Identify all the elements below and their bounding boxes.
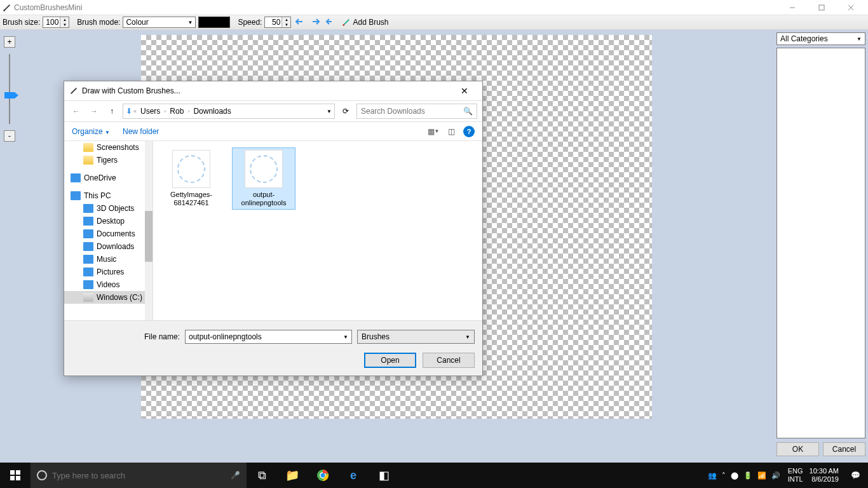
- file-thumbnail: [172, 150, 210, 188]
- view-mode-button[interactable]: ▦ ▼: [428, 126, 439, 137]
- vertical-slider[interactable]: [4, 54, 15, 124]
- brush-size-input[interactable]: ▲▼: [43, 17, 69, 28]
- speed-label: Speed:: [238, 18, 262, 27]
- tray-chevron-icon[interactable]: ˄: [722, 471, 726, 480]
- nav-forward-button[interactable]: →: [87, 104, 101, 118]
- brush-mode-select[interactable]: Colour▼: [123, 17, 196, 28]
- category-select[interactable]: All Categories▼: [776, 32, 865, 45]
- battery-icon[interactable]: 🔋: [743, 471, 752, 480]
- file-item[interactable]: GettyImages-681427461: [159, 147, 223, 210]
- refresh-button[interactable]: ⟳: [339, 104, 353, 118]
- tree-item[interactable]: Desktop: [64, 215, 153, 227]
- dialog-cancel-button[interactable]: Cancel: [423, 353, 475, 368]
- search-box[interactable]: 🔍: [356, 104, 477, 119]
- tree-item[interactable]: Music: [64, 253, 153, 266]
- start-button[interactable]: [0, 463, 31, 488]
- svg-point-15: [321, 473, 325, 478]
- down-icon: [83, 242, 93, 251]
- system-tray[interactable]: 👥 ˄ ⬤ 🔋 📶 🔊: [703, 471, 785, 480]
- add-brush-button[interactable]: Add Brush: [339, 18, 391, 27]
- help-button[interactable]: ?: [463, 126, 475, 137]
- tree-item-label: 3D Objects: [97, 204, 134, 213]
- maximize-button[interactable]: [807, 0, 836, 15]
- notification-button[interactable]: 💬: [843, 463, 868, 488]
- breadcrumb-bar[interactable]: ⬇ « Users› Rob› Downloads ▼: [123, 104, 335, 119]
- svg-line-0: [4, 4, 10, 10]
- redo-button[interactable]: [309, 16, 322, 29]
- app-taskbar-button[interactable]: ◧: [369, 463, 399, 488]
- minus-button[interactable]: -: [4, 130, 15, 142]
- brush-mode-label: Brush mode:: [77, 18, 120, 27]
- file-thumbnail: [245, 150, 283, 188]
- tree-item[interactable]: 3D Objects: [64, 202, 153, 215]
- plus-button[interactable]: +: [4, 36, 15, 48]
- tree-item[interactable]: Screenshots: [64, 141, 153, 154]
- tree-item[interactable]: Windows (C:): [64, 291, 153, 304]
- brush-size-label: Brush size:: [3, 18, 40, 27]
- music-icon: [83, 255, 93, 264]
- speed-input[interactable]: ▲▼: [264, 17, 291, 28]
- svg-rect-11: [10, 476, 15, 480]
- tree-item[interactable]: Pictures: [64, 266, 153, 278]
- nav-back-button[interactable]: ←: [69, 104, 83, 118]
- preview-pane-button[interactable]: ◫: [445, 126, 457, 137]
- tree-item[interactable]: Downloads: [64, 240, 153, 253]
- tree-item-label: Windows (C:): [97, 293, 142, 302]
- volume-icon[interactable]: 🔊: [771, 471, 780, 480]
- clock[interactable]: 10:30 AM8/6/2019: [806, 467, 843, 484]
- cortana-icon: [37, 470, 47, 480]
- tree-item-label: Screenshots: [97, 143, 139, 152]
- tree-item[interactable]: OneDrive: [64, 172, 153, 184]
- undo-button[interactable]: [294, 16, 306, 29]
- minimize-button[interactable]: [778, 0, 807, 15]
- security-icon[interactable]: ⬤: [731, 471, 738, 480]
- brush-panel: All Categories▼ OK Cancel: [776, 32, 865, 456]
- tree-item[interactable]: Documents: [64, 227, 153, 240]
- svg-rect-12: [16, 476, 20, 480]
- file-item[interactable]: output-onlinepngtools: [232, 147, 295, 210]
- svg-rect-9: [10, 470, 15, 475]
- windows-taskbar: 🎤 ⧉ 📁 e ◧ 👥 ˄ ⬤ 🔋 📶 🔊 ENGINTL 10:30 AM8/…: [0, 463, 868, 488]
- file-filter-select[interactable]: Brushes▼: [357, 330, 475, 344]
- mic-icon[interactable]: 🎤: [231, 471, 240, 480]
- down-arrow-icon: ⬇: [126, 107, 132, 116]
- dialog-icon: [69, 86, 78, 95]
- organize-menu[interactable]: Organize ▼: [72, 127, 110, 136]
- file-open-dialog: Draw with Custom Brushes... ✕ ← → ↑ ⬇ « …: [64, 81, 483, 376]
- tree-item[interactable]: This PC: [64, 189, 153, 202]
- tree-item-label: Desktop: [97, 217, 125, 226]
- taskbar-search[interactable]: 🎤: [31, 463, 247, 488]
- edge-button[interactable]: e: [338, 463, 369, 488]
- brush-list[interactable]: [776, 48, 865, 438]
- file-explorer-button[interactable]: 📁: [277, 463, 308, 488]
- open-button[interactable]: Open: [364, 353, 416, 368]
- swap-button[interactable]: [324, 16, 337, 29]
- close-button[interactable]: [836, 0, 865, 15]
- file-name-label: output-onlinepngtools: [234, 191, 293, 207]
- pic-icon: [83, 268, 93, 276]
- tree-item-label: Music: [97, 255, 116, 264]
- color-swatch[interactable]: [198, 17, 230, 28]
- tree-item[interactable]: Tigers: [64, 154, 153, 166]
- wifi-icon[interactable]: 📶: [757, 471, 766, 480]
- svg-point-1: [3, 10, 5, 11]
- svg-line-8: [71, 88, 77, 94]
- tree-item[interactable]: Videos: [64, 278, 153, 291]
- onedrive-icon: [71, 173, 81, 182]
- file-list[interactable]: GettyImages-681427461output-onlinepngtoo…: [153, 141, 482, 320]
- folder-tree[interactable]: ScreenshotsTigersOneDriveThis PC3D Objec…: [64, 141, 153, 320]
- language-indicator[interactable]: ENGINTL: [785, 467, 806, 484]
- dialog-close-button[interactable]: ✕: [452, 83, 477, 99]
- new-folder-button[interactable]: New folder: [123, 127, 159, 136]
- nav-up-button[interactable]: ↑: [105, 104, 119, 118]
- svg-line-6: [344, 20, 349, 25]
- svg-rect-10: [16, 470, 20, 475]
- app-icon: [3, 3, 11, 12]
- chrome-button[interactable]: [308, 463, 338, 488]
- filename-input[interactable]: ▼: [185, 330, 352, 344]
- vid-icon: [83, 280, 93, 289]
- ok-button[interactable]: OK: [776, 442, 819, 456]
- people-icon[interactable]: 👥: [708, 471, 717, 480]
- task-view-button[interactable]: ⧉: [247, 463, 277, 488]
- cancel-button[interactable]: Cancel: [823, 442, 865, 456]
